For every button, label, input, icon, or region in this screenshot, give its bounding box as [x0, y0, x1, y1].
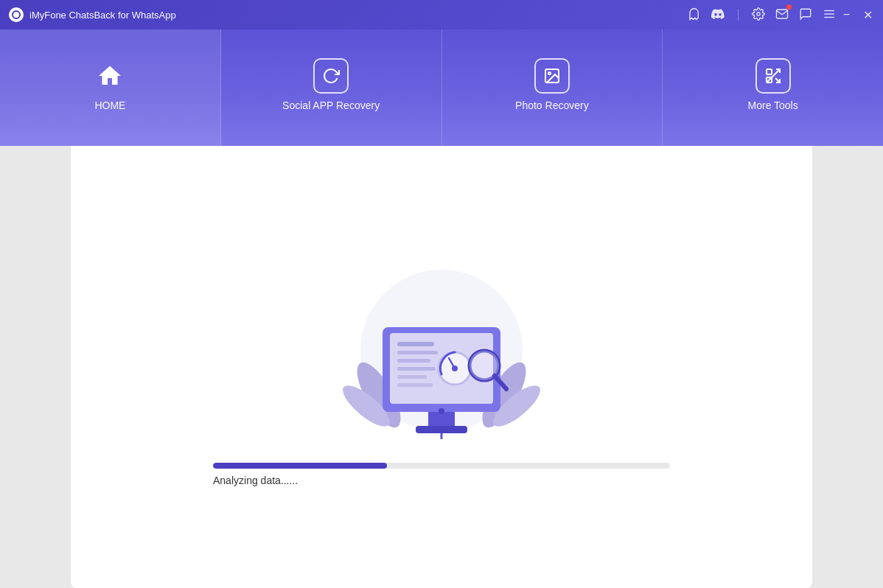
svg-rect-24 [397, 383, 433, 387]
svg-rect-16 [416, 426, 467, 433]
progress-label: Analyzing data...... [213, 475, 298, 486]
titlebar: iMyFone ChatsBack for WhatsApp [0, 0, 883, 29]
navbar: HOME Social APP Recovery Photo Recovery [0, 29, 883, 146]
separator [738, 9, 739, 21]
home-label: HOME [94, 99, 125, 111]
photo-label: Photo Recovery [515, 99, 589, 111]
window-controls: − ✕ [842, 7, 874, 24]
illustration [301, 248, 582, 439]
app-logo [9, 7, 24, 22]
svg-rect-22 [397, 367, 436, 371]
progress-bar-background [213, 463, 670, 469]
discord-icon[interactable] [711, 7, 725, 23]
svg-point-0 [756, 12, 760, 15]
photo-recovery-icon [534, 58, 570, 94]
svg-rect-21 [397, 359, 430, 363]
chat-icon[interactable] [799, 7, 812, 23]
titlebar-icons [688, 7, 836, 23]
social-label: Social APP Recovery [282, 99, 380, 111]
close-button[interactable]: ✕ [862, 7, 874, 24]
svg-rect-19 [397, 342, 434, 346]
settings-icon[interactable] [752, 7, 765, 23]
main-content: Analyzing data...... [71, 146, 812, 588]
tools-label: More Tools [748, 99, 798, 111]
mail-icon[interactable] [775, 7, 789, 23]
app-title: iMyFone ChatsBack for WhatsApp [29, 10, 688, 21]
svg-rect-8 [767, 69, 772, 74]
menu-icon[interactable] [823, 7, 836, 23]
ghost-icon[interactable] [688, 7, 701, 23]
nav-home[interactable]: HOME [0, 29, 221, 146]
more-tools-icon [755, 58, 791, 94]
minimize-button[interactable]: − [842, 7, 851, 24]
nav-tools[interactable]: More Tools [663, 29, 883, 146]
svg-rect-23 [397, 375, 427, 379]
nav-social[interactable]: Social APP Recovery [221, 29, 442, 146]
progress-bar-fill [213, 463, 387, 469]
svg-point-5 [548, 72, 551, 74]
home-icon [92, 58, 128, 94]
social-recovery-icon [313, 58, 349, 94]
svg-point-32 [439, 408, 444, 414]
progress-container: Analyzing data...... [213, 463, 670, 486]
nav-photo[interactable]: Photo Recovery [442, 29, 663, 146]
svg-rect-20 [397, 351, 438, 354]
